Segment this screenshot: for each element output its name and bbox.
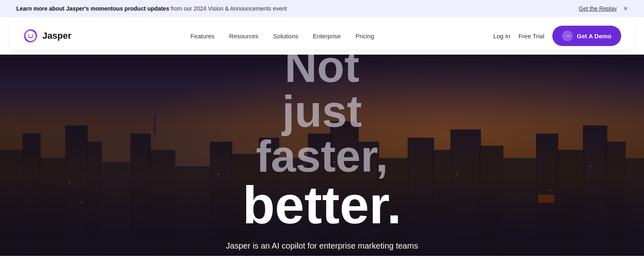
hero-headline: Not just faster, better. (243, 55, 401, 231)
nav-actions: Log In Free Trial → Get A Demo (493, 26, 621, 46)
navbar: Jasper Features Resources Solutions Ente… (10, 22, 634, 50)
headline-line-4: better. (243, 178, 401, 231)
logo-text: Jasper (42, 31, 71, 41)
svg-point-0 (24, 29, 37, 43)
nav-link-pricing[interactable]: Pricing (355, 33, 374, 40)
hero-content: Not just faster, better. Jasper is an AI… (0, 55, 644, 256)
hero-section: Not just faster, better. Jasper is an AI… (0, 55, 644, 256)
demo-arrow-icon: → (562, 31, 573, 41)
headline-line-3: faster, (243, 134, 401, 178)
headline-line-2: just (243, 89, 401, 134)
banner-bold-text: Learn more about Jasper's momentous prod… (16, 5, 169, 12)
announcement-banner: Learn more about Jasper's momentous prod… (0, 0, 644, 17)
banner-close-button[interactable]: × (623, 5, 628, 12)
get-demo-button[interactable]: → Get A Demo (552, 26, 621, 46)
jasper-logo-icon (23, 28, 38, 44)
banner-right: Get the Replay × (579, 5, 628, 12)
banner-text: Learn more about Jasper's momentous prod… (16, 5, 287, 12)
navbar-card: Jasper Features Resources Solutions Ente… (10, 22, 634, 50)
nav-links: Features Resources Solutions Enterprise … (190, 33, 374, 40)
login-link[interactable]: Log In (493, 33, 510, 40)
nav-link-features[interactable]: Features (190, 33, 214, 40)
replay-link[interactable]: Get the Replay (579, 5, 617, 12)
nav-link-solutions[interactable]: Solutions (273, 33, 298, 40)
headline-line-1: Not (243, 55, 401, 89)
hero-subtext: Jasper is an AI copilot for enterprise m… (226, 241, 418, 251)
demo-button-label: Get A Demo (577, 33, 611, 40)
svg-point-2 (28, 35, 29, 36)
banner-regular-text: from our 2024 Vision & Announcements eve… (169, 5, 287, 12)
nav-link-enterprise[interactable]: Enterprise (313, 33, 341, 40)
free-trial-link[interactable]: Free Trial (518, 33, 544, 40)
nav-link-resources[interactable]: Resources (229, 33, 258, 40)
logo[interactable]: Jasper (23, 28, 71, 44)
svg-point-3 (32, 35, 33, 36)
